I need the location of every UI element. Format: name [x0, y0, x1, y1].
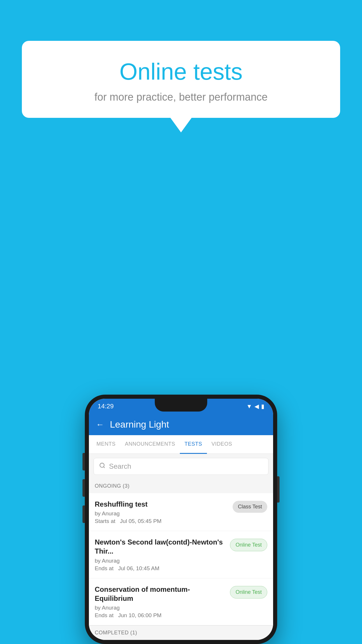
speech-bubble-subtitle: for more practice, better performance — [39, 91, 323, 103]
speech-bubble-container: Online tests for more practice, better p… — [22, 41, 340, 118]
search-icon — [99, 462, 106, 470]
phone-outer: 14:29 ▼ ◀ ▮ ← Learning Light MENTS ANNOU… — [85, 395, 277, 644]
phone-mockup: 14:29 ▼ ◀ ▮ ← Learning Light MENTS ANNOU… — [85, 395, 277, 644]
test-badge-3: Online Test — [230, 586, 267, 598]
test-author-1: by Anurag — [95, 510, 228, 517]
test-info-2: Newton's Second law(contd)-Newton's Thir… — [95, 538, 230, 571]
completed-section-header: COMPLETED (1) — [89, 625, 273, 640]
svg-point-0 — [100, 463, 104, 468]
tab-videos[interactable]: VIDEOS — [207, 435, 237, 454]
phone-screen: 14:29 ▼ ◀ ▮ ← Learning Light MENTS ANNOU… — [89, 399, 273, 640]
tab-tests[interactable]: TESTS — [180, 435, 207, 454]
search-bar[interactable]: Search — [94, 458, 268, 475]
test-time-2: Ends at Jul 06, 10:45 AM — [95, 565, 225, 572]
tab-announcements[interactable]: ANNOUNCEMENTS — [120, 435, 180, 454]
test-list: Reshuffling test by Anurag Starts at Jul… — [89, 493, 273, 625]
power-button — [277, 476, 280, 503]
test-item-1[interactable]: Reshuffling test by Anurag Starts at Jul… — [89, 493, 273, 531]
app-header: ← Learning Light — [89, 414, 273, 435]
volume-up-button — [82, 453, 85, 470]
signal-icon: ◀ — [254, 403, 259, 410]
app-title: Learning Light — [110, 419, 169, 430]
volume-down-button — [82, 479, 85, 497]
search-input[interactable]: Search — [109, 462, 131, 470]
silent-button — [82, 505, 85, 523]
tab-ments[interactable]: MENTS — [92, 435, 120, 454]
test-author-3: by Anurag — [95, 605, 225, 611]
test-info-1: Reshuffling test by Anurag Starts at Jul… — [95, 500, 233, 524]
phone-notch — [155, 399, 207, 412]
status-time: 14:29 — [98, 402, 114, 410]
ongoing-section-header: ONGOING (3) — [89, 479, 273, 493]
test-badge-2: Online Test — [230, 539, 267, 551]
svg-line-1 — [103, 467, 105, 468]
test-badge-1: Class Test — [233, 501, 267, 513]
speech-bubble-title: Online tests — [39, 58, 323, 85]
test-info-3: Conservation of momentum-Equilibrium by … — [95, 585, 230, 619]
completed-title: COMPLETED (1) — [95, 630, 137, 636]
battery-icon: ▮ — [261, 403, 264, 410]
search-container: Search — [89, 454, 273, 479]
test-time-1: Starts at Jul 05, 05:45 PM — [95, 518, 228, 524]
back-button[interactable]: ← — [96, 420, 104, 429]
test-time-3: Ends at Jun 10, 06:00 PM — [95, 612, 225, 619]
ongoing-title: ONGOING (3) — [95, 483, 130, 489]
test-name-1: Reshuffling test — [95, 500, 228, 509]
test-name-2: Newton's Second law(contd)-Newton's Thir… — [95, 538, 225, 556]
speech-bubble: Online tests for more practice, better p… — [22, 41, 340, 118]
test-item-3[interactable]: Conservation of momentum-Equilibrium by … — [89, 578, 273, 625]
test-item-2[interactable]: Newton's Second law(contd)-Newton's Thir… — [89, 531, 273, 578]
wifi-icon: ▼ — [246, 403, 252, 410]
tabs-container: MENTS ANNOUNCEMENTS TESTS VIDEOS — [89, 435, 273, 454]
test-name-3: Conservation of momentum-Equilibrium — [95, 585, 225, 603]
test-author-2: by Anurag — [95, 558, 225, 564]
status-icons: ▼ ◀ ▮ — [246, 403, 264, 410]
